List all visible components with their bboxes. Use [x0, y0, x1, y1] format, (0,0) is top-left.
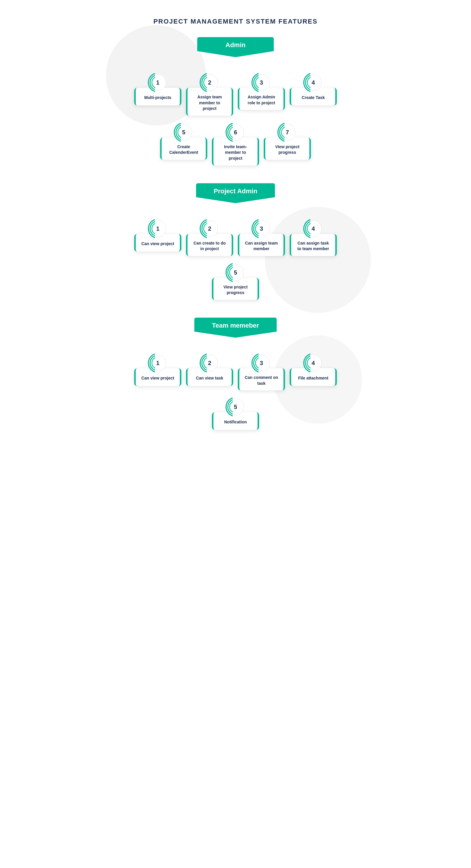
feature-circle: 4 — [303, 72, 324, 93]
features-grid: 1Multi-projects2Assign team member to pr… — [124, 72, 347, 165]
feature-number: 2 — [208, 360, 211, 366]
feature-number: 3 — [260, 79, 263, 86]
feature-item: 3Can assign team member — [238, 218, 285, 256]
role-title: Admin — [197, 37, 274, 57]
feature-circle: 5 — [225, 396, 246, 417]
role-banner-team-member: Team memeber — [124, 318, 347, 338]
feature-circle: 5 — [173, 122, 194, 143]
feature-item: 3Can comment on task — [238, 352, 285, 391]
role-banner-admin: Admin — [124, 37, 347, 57]
section-admin: Admin1Multi-projects2Assign team member … — [124, 37, 347, 165]
feature-item: 5Notification — [212, 396, 259, 430]
features-grid: 1Can view project2Can view task3Can comm… — [124, 352, 347, 430]
feature-circle: 1 — [147, 72, 168, 93]
features-grid: 1Can view project2Can create to do in pr… — [124, 218, 347, 300]
feature-item: 6Invite team-member to project — [212, 122, 259, 165]
feature-number: 3 — [260, 360, 263, 366]
feature-circle: 2 — [199, 218, 220, 239]
feature-circle: 7 — [277, 122, 298, 143]
feature-number: 4 — [311, 225, 315, 232]
section-project-admin: Project Admin1Can view project2Can creat… — [124, 183, 347, 300]
role-title: Team memeber — [194, 318, 277, 338]
feature-item: 5Create CalenderEvent — [160, 122, 207, 165]
feature-item: 5View project progress — [212, 262, 259, 300]
feature-number: 7 — [285, 129, 289, 135]
feature-circle: 1 — [147, 352, 168, 374]
feature-circle: 3 — [251, 352, 272, 374]
feature-circle: 3 — [251, 218, 272, 239]
page-title: PROJECT MANAGEMENT SYSTEM FEATURES — [124, 18, 347, 25]
feature-number: 5 — [234, 404, 237, 410]
section-team-member: Team memeber1Can view project2Can view t… — [124, 318, 347, 430]
feature-item: 4Create Task — [290, 72, 337, 116]
feature-number: 5 — [182, 129, 185, 135]
feature-number: 4 — [311, 79, 315, 86]
feature-item: 3Assign Admin role to project — [238, 72, 285, 116]
feature-number: 2 — [208, 79, 211, 86]
role-banner-project-admin: Project Admin — [124, 183, 347, 203]
feature-circle: 4 — [303, 218, 324, 239]
feature-number: 4 — [311, 360, 315, 366]
feature-circle: 2 — [199, 352, 220, 374]
feature-number: 3 — [260, 225, 263, 232]
feature-item: 2Can create to do in project — [186, 218, 233, 256]
feature-circle: 4 — [303, 352, 324, 374]
feature-number: 1 — [156, 360, 159, 366]
feature-item: 2Can view task — [186, 352, 233, 391]
feature-item: 4Can assign task to team member — [290, 218, 337, 256]
feature-number: 2 — [208, 225, 211, 232]
feature-item: 4File attachment — [290, 352, 337, 391]
feature-number: 6 — [234, 129, 237, 135]
feature-item: 1Can view project — [134, 218, 181, 256]
feature-item: 7View project progress — [264, 122, 311, 165]
feature-item: 2Assign team member to project — [186, 72, 233, 116]
feature-circle: 1 — [147, 218, 168, 239]
feature-circle: 2 — [199, 72, 220, 93]
feature-circle: 3 — [251, 72, 272, 93]
feature-number: 1 — [156, 225, 159, 232]
feature-number: 1 — [156, 79, 159, 86]
feature-circle: 5 — [225, 262, 246, 283]
feature-item: 1Multi-projects — [134, 72, 181, 116]
page-container: PROJECT MANAGEMENT SYSTEM FEATURES Admin… — [118, 6, 353, 459]
role-title: Project Admin — [196, 183, 275, 203]
feature-circle: 6 — [225, 122, 246, 143]
feature-item: 1Can view project — [134, 352, 181, 391]
feature-number: 5 — [234, 269, 237, 276]
